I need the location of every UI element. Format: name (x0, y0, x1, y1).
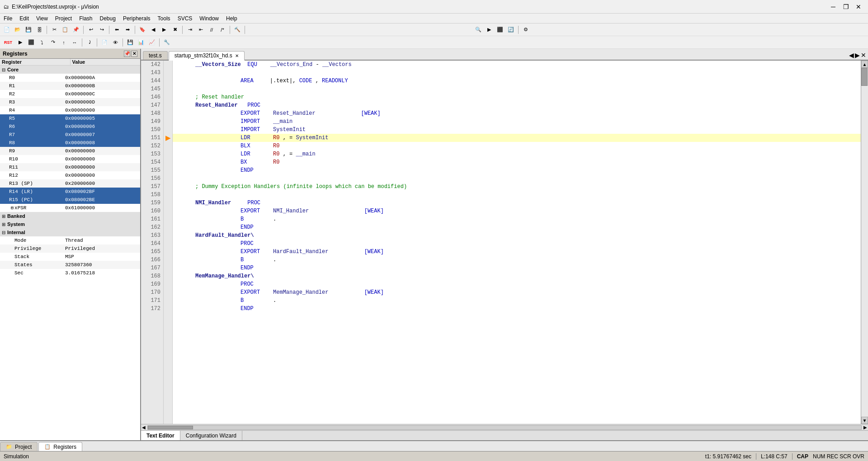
code-line-154[interactable]: BX R0 (173, 158, 861, 166)
outdent-button[interactable]: ⇤ (196, 25, 206, 35)
build-button[interactable]: 🔨 (232, 25, 242, 35)
internal-mode[interactable]: Mode Thread (0, 236, 140, 245)
code-line-143[interactable] (173, 69, 861, 77)
reg-r5[interactable]: R5 0x00000005 (0, 114, 140, 122)
code-line-160[interactable]: EXPORT NMI_Handler [WEAK] (173, 207, 861, 215)
step-button[interactable]: ⤵ (37, 38, 47, 47)
debug-stop-button[interactable]: ⬛ (495, 25, 505, 35)
code-line-170[interactable]: EXPORT MemManage_Handler [WEAK] (173, 288, 861, 296)
menu-flash[interactable]: Flash (75, 14, 96, 23)
code-line-144[interactable]: AREA |.text|, CODE , READONLY (173, 77, 861, 85)
logic-analyzer-button[interactable]: 📈 (147, 38, 157, 47)
menu-tools[interactable]: Tools (154, 14, 174, 23)
code-line-166[interactable]: B . (173, 256, 861, 264)
code-line-169[interactable]: PROC (173, 280, 861, 288)
code-line-151[interactable]: LDR R0 , = SystemInit (173, 134, 861, 142)
h-scroll-track[interactable] (147, 425, 862, 430)
tab-startup-close[interactable]: ✕ (235, 53, 239, 58)
save-all-button[interactable]: 🗄 (34, 25, 44, 35)
code-line-156[interactable] (173, 174, 861, 183)
menu-window[interactable]: Window (196, 14, 222, 23)
reg-r9[interactable]: R9 0x00000000 (0, 147, 140, 155)
internal-privilege[interactable]: Privilege Privileged (0, 245, 140, 253)
code-line-167[interactable]: ENDP (173, 264, 861, 272)
reg-r13[interactable]: R13 (SP) 0x20000600 (0, 179, 140, 188)
internal-group[interactable]: ⊟ Internal (0, 228, 140, 236)
h-scroll-thumb[interactable] (148, 426, 193, 429)
code-line-165[interactable]: EXPORT HardFault_Handler [WEAK] (173, 248, 861, 256)
nav-back-button[interactable]: ⬅ (112, 25, 122, 35)
tab-test-s[interactable]: test.s (143, 51, 168, 60)
system-group[interactable]: ⊞ System (0, 220, 140, 228)
step-over-button[interactable]: ↷ (48, 38, 58, 47)
reg-r10[interactable]: R10 0x00000000 (0, 155, 140, 163)
banked-group[interactable]: ⊞ Banked (0, 212, 140, 220)
watch-button[interactable]: 👁 (110, 38, 120, 47)
run-button[interactable]: ▶ (15, 38, 25, 47)
step-out-button[interactable]: ↑ (59, 38, 69, 47)
code-line-145[interactable] (173, 85, 861, 93)
reg-xpsr[interactable]: ⊞xPSR 0x61000000 (0, 204, 140, 212)
tab-startup[interactable]: startup_stm32f10x_hd.s ✕ (169, 51, 245, 61)
maximize-button[interactable]: ❐ (840, 2, 852, 11)
reg-r15[interactable]: R15 (PC) 0x080002BE (0, 196, 140, 204)
undo-button[interactable]: ↩ (86, 25, 96, 35)
reg-r4[interactable]: R4 0x00000000 (0, 106, 140, 114)
memory-button[interactable]: 💾 (125, 38, 135, 47)
close-button[interactable]: ✕ (853, 2, 864, 11)
menu-edit[interactable]: Edit (16, 14, 33, 23)
project-tab[interactable]: 📁 Project (0, 442, 38, 451)
reg-r6[interactable]: R6 0x00000006 (0, 122, 140, 131)
performance-button[interactable]: 📊 (136, 38, 146, 47)
tab-close-all-button[interactable]: ✕ (861, 52, 866, 59)
next-bookmark-button[interactable]: ▶ (159, 25, 169, 35)
clear-bookmarks-button[interactable]: ✖ (170, 25, 180, 35)
reg-r1[interactable]: R1 0x0000000B (0, 82, 140, 90)
code-line-153[interactable]: LDR R0 , = __main (173, 150, 861, 158)
disasm-button[interactable]: 📄 (99, 38, 109, 47)
menu-svcs[interactable]: SVCS (174, 14, 196, 23)
code-line-149[interactable]: IMPORT __main (173, 118, 861, 126)
menu-file[interactable]: File (0, 14, 16, 23)
code-editor[interactable]: __Vectors_Size EQU __Vectors_End - __Vec… (173, 61, 861, 424)
code-line-148[interactable]: EXPORT Reset_Handler [WEAK] (173, 109, 861, 118)
menu-help[interactable]: Help (222, 14, 241, 23)
code-line-171[interactable]: B . (173, 296, 861, 305)
reg-r11[interactable]: R11 0x00000000 (0, 163, 140, 171)
open-button[interactable]: 📂 (13, 25, 23, 35)
menu-peripherals[interactable]: Peripherals (119, 14, 154, 23)
menu-view[interactable]: View (33, 14, 52, 23)
code-line-161[interactable]: B . (173, 215, 861, 223)
core-group[interactable]: ⊟ Core (0, 66, 140, 74)
cut-button[interactable]: ✂ (49, 25, 59, 35)
tab-scroll-right-button[interactable]: ▶ (855, 52, 860, 59)
code-line-163[interactable]: HardFault_Handler\ (173, 231, 861, 240)
code-line-150[interactable]: IMPORT SystemInit (173, 126, 861, 134)
stop-button[interactable]: ⬛ (26, 38, 36, 47)
rst-button[interactable]: RST (2, 38, 14, 47)
code-line-158[interactable] (173, 191, 861, 199)
new-file-button[interactable]: 📄 (2, 25, 12, 35)
h-scroll-right-button[interactable]: ▶ (863, 424, 868, 431)
internal-stack[interactable]: Stack MSP (0, 253, 140, 261)
reg-r0[interactable]: R0 0x0000000A (0, 74, 140, 82)
debug-reset-button[interactable]: 🔄 (506, 25, 516, 35)
code-line-142[interactable]: __Vectors_Size EQU __Vectors_End - __Vec… (173, 61, 861, 69)
run-to-cursor-button[interactable]: ⤸ (85, 38, 94, 47)
code-line-152[interactable]: BLX R0 (173, 142, 861, 150)
scroll-up-button[interactable]: ▲ (861, 61, 868, 68)
reg-r3[interactable]: R3 0x0000000D (0, 98, 140, 106)
trace-button[interactable]: 🔧 (162, 38, 172, 47)
vertical-scrollbar[interactable]: ▲ ▼ (861, 61, 868, 424)
reg-r8[interactable]: R8 0x00000008 (0, 139, 140, 147)
h-scroll-left-button[interactable]: ◀ (141, 424, 146, 431)
code-line-162[interactable]: ENDP (173, 223, 861, 231)
horizontal-scrollbar[interactable]: ◀ ▶ (141, 424, 868, 430)
tab-scroll-left-button[interactable]: ◀ (849, 52, 854, 59)
code-line-172[interactable]: ENDP (173, 305, 861, 313)
registers-tab[interactable]: 📋 Registers (38, 442, 82, 451)
config-wizard-tab[interactable]: Configuration Wizard (180, 431, 242, 440)
paste-button[interactable]: 📌 (71, 25, 81, 35)
pin-icon[interactable]: 📌 (124, 51, 130, 57)
minimize-button[interactable]: ─ (827, 2, 839, 11)
